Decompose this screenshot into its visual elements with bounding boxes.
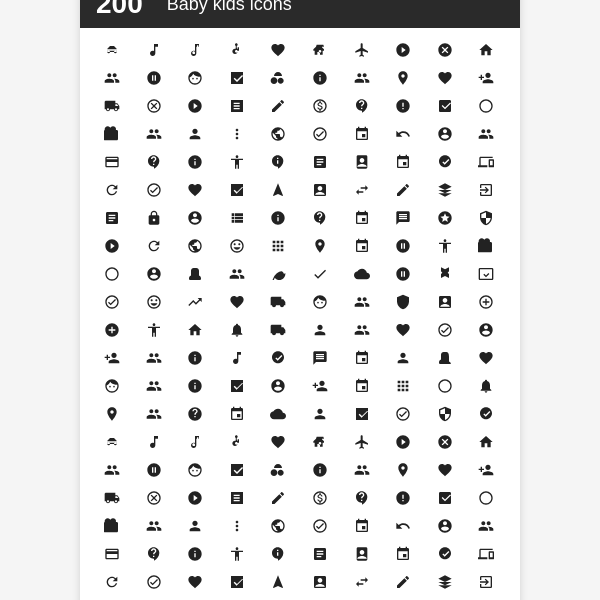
icon-cell-136[interactable] [342, 400, 382, 428]
icon-cell-158[interactable] [425, 456, 465, 484]
icon-cell-23[interactable] [217, 92, 257, 120]
icon-cell-41[interactable] [134, 148, 174, 176]
icon-cell-115[interactable] [300, 344, 340, 372]
icon-cell-12[interactable] [175, 64, 215, 92]
icon-cell-20[interactable] [92, 92, 132, 120]
icon-cell-98[interactable] [425, 288, 465, 316]
icon-cell-144[interactable] [258, 428, 298, 456]
icon-cell-153[interactable] [217, 456, 257, 484]
icon-cell-47[interactable] [383, 148, 423, 176]
icon-cell-148[interactable] [425, 428, 465, 456]
icon-cell-35[interactable] [300, 120, 340, 148]
icon-cell-190[interactable] [92, 568, 132, 596]
icon-cell-45[interactable] [300, 148, 340, 176]
icon-cell-18[interactable] [425, 64, 465, 92]
icon-cell-25[interactable] [300, 92, 340, 120]
icon-cell-89[interactable] [466, 260, 506, 288]
icon-cell-160[interactable] [92, 484, 132, 512]
icon-cell-4[interactable] [258, 36, 298, 64]
icon-cell-170[interactable] [92, 512, 132, 540]
icon-cell-95[interactable] [300, 288, 340, 316]
icon-cell-174[interactable] [258, 512, 298, 540]
icon-cell-75[interactable] [300, 232, 340, 260]
icon-cell-37[interactable] [383, 120, 423, 148]
icon-cell-101[interactable] [134, 316, 174, 344]
icon-cell-106[interactable] [342, 316, 382, 344]
icon-cell-72[interactable] [175, 232, 215, 260]
icon-cell-66[interactable] [342, 204, 382, 232]
icon-cell-193[interactable] [217, 568, 257, 596]
icon-cell-184[interactable] [258, 540, 298, 568]
icon-cell-85[interactable] [300, 260, 340, 288]
icon-cell-154[interactable] [258, 456, 298, 484]
icon-cell-90[interactable] [92, 288, 132, 316]
icon-cell-17[interactable] [383, 64, 423, 92]
icon-cell-83[interactable] [217, 260, 257, 288]
icon-cell-122[interactable] [175, 372, 215, 400]
icon-cell-94[interactable] [258, 288, 298, 316]
icon-cell-117[interactable] [383, 344, 423, 372]
icon-cell-44[interactable] [258, 148, 298, 176]
icon-cell-19[interactable] [466, 64, 506, 92]
icon-cell-107[interactable] [383, 316, 423, 344]
icon-cell-116[interactable] [342, 344, 382, 372]
icon-cell-135[interactable] [300, 400, 340, 428]
icon-cell-78[interactable] [425, 232, 465, 260]
icon-cell-86[interactable] [342, 260, 382, 288]
icon-cell-169[interactable] [466, 484, 506, 512]
icon-cell-91[interactable] [134, 288, 174, 316]
icon-cell-192[interactable] [175, 568, 215, 596]
icon-cell-27[interactable] [383, 92, 423, 120]
icon-cell-168[interactable] [425, 484, 465, 512]
icon-cell-161[interactable] [134, 484, 174, 512]
icon-cell-88[interactable] [425, 260, 465, 288]
icon-cell-24[interactable] [258, 92, 298, 120]
icon-cell-102[interactable] [175, 316, 215, 344]
icon-cell-181[interactable] [134, 540, 174, 568]
icon-cell-141[interactable] [134, 428, 174, 456]
icon-cell-134[interactable] [258, 400, 298, 428]
icon-cell-111[interactable] [134, 344, 174, 372]
icon-cell-42[interactable] [175, 148, 215, 176]
icon-cell-22[interactable] [175, 92, 215, 120]
icon-cell-49[interactable] [466, 148, 506, 176]
icon-cell-15[interactable] [300, 64, 340, 92]
icon-cell-16[interactable] [342, 64, 382, 92]
icon-cell-182[interactable] [175, 540, 215, 568]
icon-cell-7[interactable] [383, 36, 423, 64]
icon-cell-104[interactable] [258, 316, 298, 344]
icon-cell-119[interactable] [466, 344, 506, 372]
icon-cell-166[interactable] [342, 484, 382, 512]
icon-cell-187[interactable] [383, 540, 423, 568]
icon-cell-131[interactable] [134, 400, 174, 428]
icon-cell-159[interactable] [466, 456, 506, 484]
icon-cell-164[interactable] [258, 484, 298, 512]
icon-cell-60[interactable] [92, 204, 132, 232]
icon-cell-28[interactable] [425, 92, 465, 120]
icon-cell-110[interactable] [92, 344, 132, 372]
icon-cell-68[interactable] [425, 204, 465, 232]
icon-cell-52[interactable] [175, 176, 215, 204]
icon-cell-128[interactable] [425, 372, 465, 400]
icon-cell-70[interactable] [92, 232, 132, 260]
icon-cell-55[interactable] [300, 176, 340, 204]
icon-cell-54[interactable] [258, 176, 298, 204]
icon-cell-189[interactable] [466, 540, 506, 568]
icon-cell-80[interactable] [92, 260, 132, 288]
icon-cell-103[interactable] [217, 316, 257, 344]
icon-cell-63[interactable] [217, 204, 257, 232]
icon-cell-97[interactable] [383, 288, 423, 316]
icon-cell-53[interactable] [217, 176, 257, 204]
icon-cell-142[interactable] [175, 428, 215, 456]
icon-cell-67[interactable] [383, 204, 423, 232]
icon-cell-62[interactable] [175, 204, 215, 232]
icon-cell-71[interactable] [134, 232, 174, 260]
icon-cell-183[interactable] [217, 540, 257, 568]
icon-cell-156[interactable] [342, 456, 382, 484]
icon-cell-105[interactable] [300, 316, 340, 344]
icon-cell-126[interactable] [342, 372, 382, 400]
icon-cell-13[interactable] [217, 64, 257, 92]
icon-cell-10[interactable] [92, 64, 132, 92]
icon-cell-132[interactable] [175, 400, 215, 428]
icon-cell-84[interactable] [258, 260, 298, 288]
